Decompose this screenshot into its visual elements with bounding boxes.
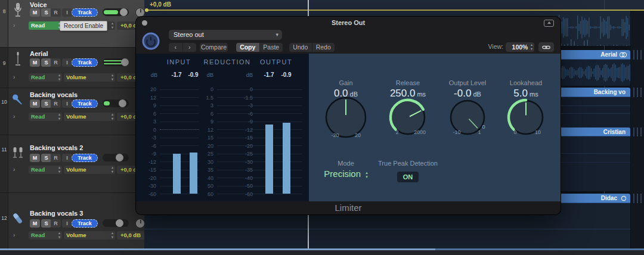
paste-button[interactable]: Paste xyxy=(259,43,283,52)
track-on-button[interactable]: Track xyxy=(72,154,98,162)
region-name: Aerial xyxy=(600,51,617,58)
automation-mode-select[interactable]: Read▴▾ xyxy=(29,73,62,82)
record-enable-button[interactable]: R xyxy=(51,219,61,228)
automation-param-select[interactable]: Volume▴▾ xyxy=(64,166,115,174)
record-enable-button[interactable]: R xyxy=(51,58,61,67)
solo-button[interactable]: S xyxy=(41,8,51,17)
knob-max-label: 20 xyxy=(349,132,367,138)
stand-mic-icon xyxy=(11,51,25,67)
meter-tick-label: 50 xyxy=(193,183,213,189)
knob-scale-mark: 0 xyxy=(478,124,489,130)
record-enable-button[interactable]: R xyxy=(51,99,61,108)
volume-slider[interactable] xyxy=(103,219,129,227)
track-row[interactable]: Aerial M S R I Track › Read▴▾ Volume▴▾ +… xyxy=(8,47,144,88)
view-zoom-stepper[interactable]: 100% ▴▾ xyxy=(506,42,534,52)
condenser-mic-icon xyxy=(11,2,25,18)
chevron-down-icon: ▾ xyxy=(275,30,278,40)
automation-line[interactable] xyxy=(145,10,644,11)
compare-button[interactable]: Compare xyxy=(200,43,228,52)
link-button[interactable] xyxy=(538,42,554,52)
input-monitor-button[interactable]: I xyxy=(62,219,72,228)
meter-tick-label: 3 xyxy=(136,119,156,125)
preset-nav-group: ‹ › xyxy=(169,43,196,52)
input-monitor-button[interactable]: I xyxy=(62,8,72,17)
solo-button[interactable]: S xyxy=(41,99,51,108)
track-row[interactable]: Backing vocals 3 M S R I Track › Read▴▾ … xyxy=(8,192,144,250)
meter-tick-label: -35 xyxy=(233,167,253,173)
automation-mode-select[interactable]: Read▴▾ xyxy=(29,113,62,121)
track-row[interactable]: Backing vocals M S R I Track › Read▴▾ Vo… xyxy=(8,88,144,135)
disclosure-chevron[interactable]: › xyxy=(13,22,15,29)
automation-mode-select[interactable]: Read▴▾ xyxy=(29,166,62,174)
meter-tick-label: 9 xyxy=(136,102,156,108)
disclosure-chevron[interactable]: › xyxy=(13,113,15,120)
undo-button[interactable]: Undo xyxy=(289,43,312,52)
automation-param-select[interactable]: Volume▴▾ xyxy=(64,73,115,82)
volume-slider[interactable] xyxy=(103,58,129,66)
logic-pro-workspace: Aerial Backing vo Cristian Didac xyxy=(0,0,644,255)
solo-button[interactable]: S xyxy=(41,58,51,67)
solo-button[interactable]: S xyxy=(41,219,51,228)
meter-tick-label: 6 xyxy=(193,111,213,117)
preset-dropdown[interactable]: Stereo out ▾ xyxy=(169,30,282,40)
input-monitor-button[interactable]: I xyxy=(62,154,72,162)
preset-value: Stereo out xyxy=(174,31,204,38)
record-enable-button[interactable]: R xyxy=(51,8,61,17)
volume-slider[interactable] xyxy=(103,154,129,161)
automation-param-select[interactable]: Volume▴▾ xyxy=(64,113,115,121)
meter-grid-line xyxy=(256,170,302,170)
meter-tick-label: 40 xyxy=(193,175,213,181)
pan-knob[interactable] xyxy=(135,8,145,17)
meter-tick-label: -30 xyxy=(233,159,253,165)
region-name: Cristian xyxy=(603,129,626,135)
input-monitor-button[interactable]: I xyxy=(62,58,72,67)
automation-value-label: +0,0 dB xyxy=(150,1,171,8)
disclosure-chevron[interactable]: › xyxy=(13,74,15,80)
copy-button[interactable]: Copy xyxy=(236,43,259,52)
automation-mode-select[interactable]: Read▴▾ xyxy=(29,21,62,30)
automation-mode-select[interactable]: Read▴▾ xyxy=(29,231,62,240)
input-monitor-button[interactable]: I xyxy=(62,99,72,108)
disclosure-chevron[interactable]: › xyxy=(13,232,15,238)
meter-tick-label: 0 xyxy=(136,127,156,133)
mute-button[interactable]: M xyxy=(30,154,40,162)
disclosure-chevron[interactable]: › xyxy=(13,166,15,173)
true-peak-toggle[interactable]: ON xyxy=(397,172,419,182)
mute-button[interactable]: M xyxy=(30,219,40,228)
track-on-button[interactable]: Track xyxy=(72,8,98,17)
track-on-button[interactable]: Track xyxy=(72,99,98,108)
mode-dropdown[interactable]: Precision ▴▾ xyxy=(303,169,389,179)
region-name: Backing vo xyxy=(594,89,626,95)
pan-knob[interactable] xyxy=(135,219,145,228)
track-name: Backing vocals xyxy=(30,91,78,98)
record-enable-button[interactable]: R xyxy=(51,154,61,162)
track-on-button[interactable]: Track xyxy=(72,219,98,228)
automation-param-select[interactable]: Volume▴▾ xyxy=(64,231,115,240)
automation-point[interactable] xyxy=(145,8,148,12)
next-preset-button[interactable]: › xyxy=(182,43,197,52)
link-icon xyxy=(542,44,550,51)
solo-button[interactable]: S xyxy=(41,154,51,162)
prev-preset-button[interactable]: ‹ xyxy=(169,43,182,52)
mode-value: Precision xyxy=(324,169,361,179)
plugin-window-stereo-out: Stereo Out Stereo out ▾ ‹ › Compare Copy… xyxy=(136,17,561,214)
mute-button[interactable]: M xyxy=(30,99,40,108)
waveform xyxy=(556,12,630,43)
meter-tick-label: -15 xyxy=(233,135,253,141)
track-on-button[interactable]: Track xyxy=(72,58,98,67)
meter-tick-label: 12 xyxy=(136,95,156,101)
mute-button[interactable]: M xyxy=(30,58,40,67)
track-row[interactable]: Backing vocals 2 M S R I Track › Read▴▾ … xyxy=(8,135,144,192)
redo-button[interactable]: Redo xyxy=(312,43,335,52)
track-number-strip: 8 9 10 11 12 xyxy=(0,0,8,250)
volume-slider[interactable] xyxy=(103,8,129,16)
meter-grid-line xyxy=(256,138,302,138)
lookahead-knob[interactable]: Lookahead5.0ms010 xyxy=(495,77,557,179)
popout-icon[interactable] xyxy=(544,20,554,27)
power-button[interactable] xyxy=(142,32,160,50)
meter-grid-line xyxy=(256,113,302,114)
volume-slider[interactable] xyxy=(103,99,129,107)
meter-tick-label: 0 xyxy=(233,86,253,92)
mute-button[interactable]: M xyxy=(30,8,40,17)
meter-grid-line xyxy=(256,178,302,178)
